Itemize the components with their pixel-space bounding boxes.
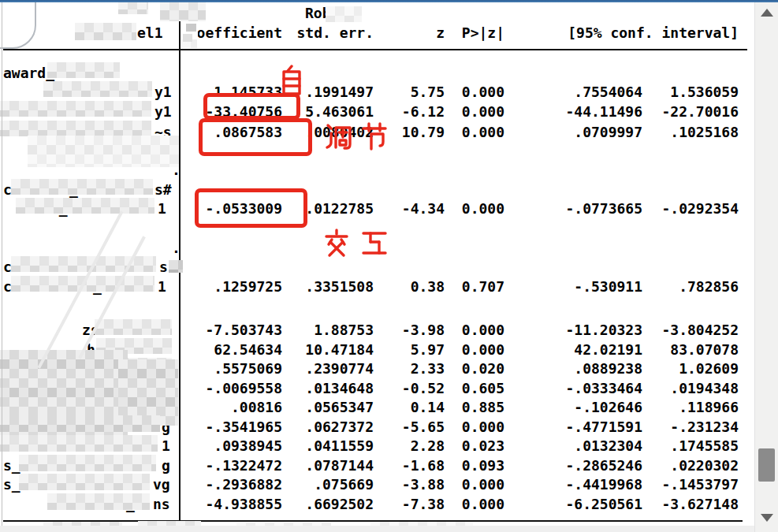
redaction-mosaic xyxy=(16,198,154,214)
scrollbar-up-arrow-icon[interactable] xyxy=(761,9,773,17)
scrollbar-thumb[interactable] xyxy=(758,448,775,482)
redaction-mosaic xyxy=(326,6,362,22)
robust-header-row: Robust xyxy=(0,3,749,23)
header-redaction-patch xyxy=(184,21,198,39)
redaction-mosaic xyxy=(47,62,120,78)
redaction-mosaic xyxy=(95,319,172,335)
window-left-border xyxy=(2,2,2,532)
redaction-mosaic xyxy=(0,121,151,136)
redaction-mosaic xyxy=(0,435,158,452)
redaction-mosaic xyxy=(0,415,160,432)
variable-name-fragment: s# xyxy=(154,180,172,199)
redaction-mosaic xyxy=(183,34,192,42)
redaction-mosaic xyxy=(0,101,151,117)
redaction-mosaic xyxy=(43,81,152,97)
highlight-box-coef-0867583 xyxy=(199,118,312,156)
header-rule xyxy=(3,49,747,50)
annotation-tiaojie-moderation xyxy=(323,121,391,153)
redaction-mosaic xyxy=(169,260,183,273)
stata-results-window: Robust el1 Coefficient std. err. z P>|z|… xyxy=(0,0,778,532)
redaction-mosaic xyxy=(160,1,206,21)
redaction-mosaic xyxy=(75,23,136,40)
redaction-mosaic xyxy=(47,493,150,510)
window-top-border xyxy=(0,0,778,2)
scrollbar-down-arrow-icon[interactable] xyxy=(761,514,773,522)
redaction-mosaic xyxy=(19,455,156,471)
variable-name-fragment: s xyxy=(159,257,168,277)
redaction-mosaic xyxy=(19,474,150,490)
highlight-box-interaction-coef xyxy=(195,188,307,228)
vertical-scrollbar[interactable] xyxy=(754,2,778,532)
redaction-mosaic xyxy=(186,24,196,32)
redaction-mosaic xyxy=(28,136,179,167)
highlight-box-coef-33 xyxy=(203,93,300,120)
annotation-jiaohu-interaction xyxy=(323,229,388,259)
variable-name-fragment: . xyxy=(172,238,181,258)
annotation-zi-auto xyxy=(277,65,304,96)
redaction-mosaic xyxy=(11,179,153,195)
window-bottom-strip xyxy=(0,526,754,532)
